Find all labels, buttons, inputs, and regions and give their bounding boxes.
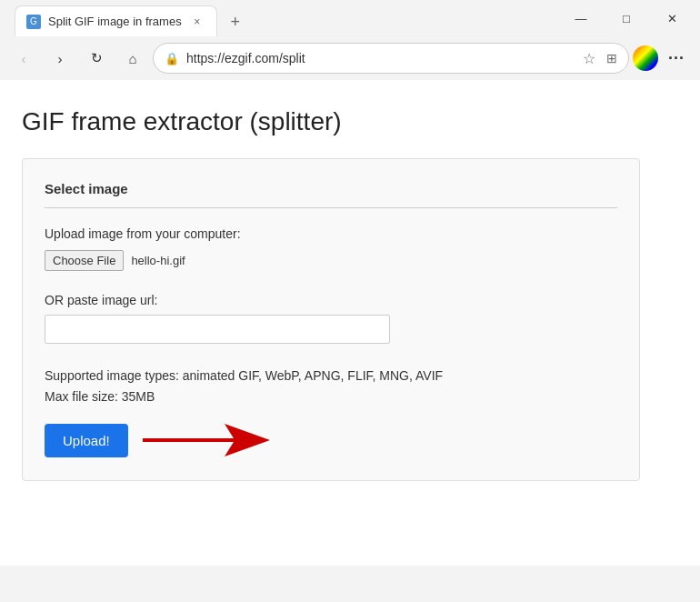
url-text: https://ezgif.com/split <box>186 51 575 65</box>
tab-favicon: G <box>26 15 41 29</box>
lock-icon: 🔒 <box>165 52 179 65</box>
url-label: OR paste image url: <box>45 293 617 307</box>
page-content: GIF frame extractor (splitter) Select im… <box>0 80 700 566</box>
upload-button[interactable]: Upload! <box>45 424 128 457</box>
supported-types-text: Supported image types: animated GIF, Web… <box>45 366 617 386</box>
menu-button[interactable]: ··· <box>660 42 693 75</box>
address-bar[interactable]: 🔒 https://ezgif.com/split ☆ ⊞ <box>153 43 629 74</box>
forward-button[interactable]: › <box>44 42 76 75</box>
active-tab[interactable]: G Split GIF image in frames × <box>15 5 217 36</box>
url-input[interactable] <box>45 315 390 344</box>
choose-file-button[interactable]: Choose File <box>45 250 124 271</box>
upload-label: Upload image from your computer: <box>45 226 617 241</box>
nav-right-icons: ··· <box>633 42 693 75</box>
red-arrow-icon <box>143 422 270 458</box>
title-bar: G Split GIF image in frames × + — □ ✕ <box>0 0 700 36</box>
collections-icon[interactable]: ⊞ <box>606 51 617 65</box>
star-icon[interactable]: ☆ <box>583 50 595 67</box>
back-button[interactable]: ‹ <box>7 42 40 75</box>
close-button[interactable]: ✕ <box>651 4 693 33</box>
navigation-bar: ‹ › ↻ ⌂ 🔒 https://ezgif.com/split ☆ ⊞ ··… <box>0 36 700 80</box>
card-heading: Select image <box>45 181 617 208</box>
minimize-button[interactable]: — <box>560 4 602 33</box>
page-title: GIF frame extractor (splitter) <box>22 107 678 136</box>
home-button[interactable]: ⌂ <box>116 42 149 75</box>
tab-close-button[interactable]: × <box>189 14 205 30</box>
max-file-size-text: Max file size: 35MB <box>45 389 617 404</box>
maximize-button[interactable]: □ <box>605 4 647 33</box>
file-input-row: Choose File hello-hi.gif <box>45 250 617 271</box>
tab-title: Split GIF image in frames <box>48 15 182 28</box>
window-controls: — □ ✕ <box>560 4 693 33</box>
select-image-card: Select image Upload image from your comp… <box>22 158 640 481</box>
tab-bar: G Split GIF image in frames × + <box>7 0 556 36</box>
arrow-indicator <box>143 422 270 458</box>
refresh-button[interactable]: ↻ <box>80 42 113 75</box>
svg-marker-0 <box>143 424 270 457</box>
profile-icon[interactable] <box>633 45 658 71</box>
file-name-display: hello-hi.gif <box>131 254 185 267</box>
bottom-actions-row: Upload! <box>45 422 617 458</box>
new-tab-button[interactable]: + <box>221 7 250 36</box>
